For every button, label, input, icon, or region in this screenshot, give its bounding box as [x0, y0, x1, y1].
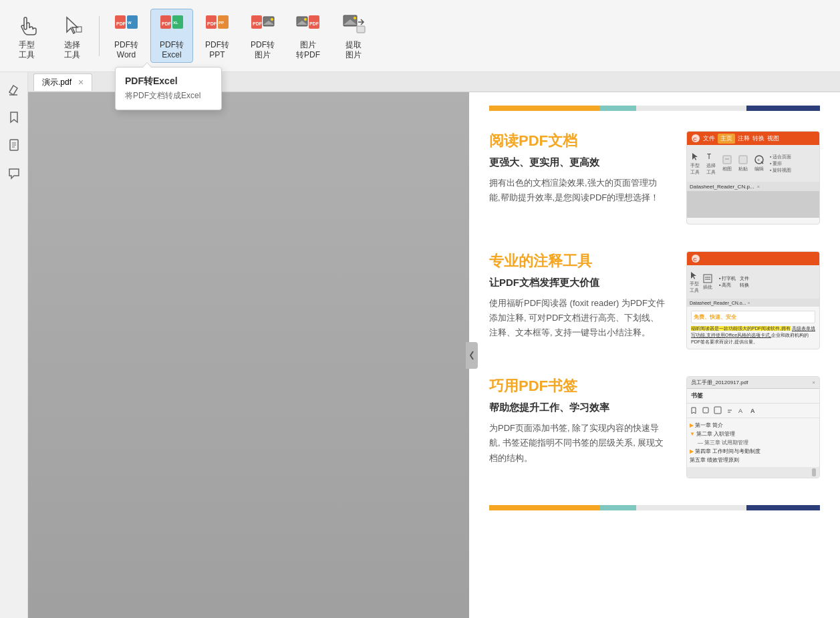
pdf-to-word-button[interactable]: PDF → W PDF转Word: [105, 9, 148, 63]
pdf-to-image-label: PDF转图片: [251, 40, 275, 59]
sidebar-comment-button[interactable]: [3, 162, 25, 184]
color-bar-top: [489, 106, 820, 111]
extract-image-label: 提取图片: [345, 40, 362, 59]
color-seg-bottom-teal: [599, 505, 636, 510]
feature-annotate-text: 专业的注释工具 让PDF文档发挥更大价值 使用福昕PDF阅读器 (foxit r…: [489, 251, 666, 349]
feature-annotate-screenshot: C 手型工具 插批 ▪ 打字机 ▪ 高亮: [686, 251, 820, 349]
feature-bookmark-screenshot: 员工手册_20120917.pdf × 书签 A A ▶: [686, 376, 820, 478]
image-to-pdf-icon: PDF: [295, 12, 321, 39]
svg-text:PDF: PDF: [253, 21, 263, 26]
screenshot-scrollbar: [687, 467, 819, 478]
pdf-to-word-label: PDF转Word: [114, 40, 138, 59]
sidebar: [0, 72, 28, 618]
pdf-to-excel-icon: PDF XL: [158, 12, 185, 39]
screenshot-bookmark-title: 书签: [687, 389, 819, 404]
screenshot-bookmark-toolbar: A A: [687, 404, 819, 417]
feature-read-desc: 拥有出色的文档渲染效果,强大的页面管理功能,帮助提升效率,是您阅读PDF的理想选…: [489, 176, 666, 205]
svg-text:A: A: [750, 408, 755, 414]
color-seg-gray: [636, 106, 746, 111]
feature-bookmark: 巧用PDF书签 帮助您提升工作、学习效率 为PDF页面添加书签, 除了实现内容的…: [489, 376, 820, 478]
sidebar-page-button[interactable]: [3, 134, 25, 156]
pdf-to-word-icon: PDF → W: [113, 12, 140, 39]
tab-close-button[interactable]: ×: [78, 77, 84, 88]
feature-annotate: 专业的注释工具 让PDF文档发挥更大价值 使用福昕PDF阅读器 (foxit r…: [489, 251, 820, 349]
feature-read-screenshot: C 文件 主页 注释 转换 视图 手型工具 T 选择工具: [686, 131, 820, 224]
tooltip-title: PDF转Excel: [125, 75, 212, 88]
feature-bookmark-title: 巧用PDF书签: [489, 376, 666, 396]
color-seg-navy: [746, 106, 820, 111]
pdf-to-excel-label: PDF转Excel: [160, 40, 184, 59]
feature-read-title: 阅读PDF文档: [489, 131, 666, 151]
svg-text:PP: PP: [219, 21, 224, 25]
svg-text:+: +: [757, 158, 760, 162]
svg-rect-47: [703, 408, 708, 413]
color-seg-teal: [599, 106, 636, 111]
svg-text:PDF: PDF: [162, 21, 172, 26]
color-seg-bottom-orange: [489, 505, 599, 510]
svg-rect-48: [714, 407, 721, 414]
image-to-pdf-button[interactable]: PDF 图片转PDF: [287, 9, 329, 63]
select-tool-button[interactable]: 选择工具: [51, 9, 94, 63]
screenshot-tab-1: Datasheet_Reader_CN.p... ×: [687, 182, 819, 191]
toolbar: 手型工具 选择工具 PDF → W PDF转Word: [0, 0, 840, 72]
screenshot-header-2: C: [687, 252, 819, 265]
screenshot-tab-2: Datasheet_Reader_CN.o... ×: [687, 299, 819, 307]
extract-image-button[interactable]: 提取图片: [332, 9, 375, 63]
pdf-viewer-left: [28, 92, 469, 618]
svg-rect-38: [739, 156, 747, 164]
svg-text:→: →: [118, 27, 121, 31]
screenshot-header-1: C 文件 主页 注释 转换 视图: [687, 132, 819, 145]
image-to-pdf-label: 图片转PDF: [296, 40, 320, 59]
svg-point-21: [304, 18, 307, 21]
select-icon: [59, 12, 86, 39]
svg-text:C: C: [693, 257, 697, 263]
pdf-to-image-button[interactable]: PDF PDF转图片: [241, 9, 284, 63]
pdf-to-excel-button[interactable]: PDF XL PDF转Excel: [150, 9, 193, 63]
pdf-to-ppt-icon: PDF PP: [204, 12, 231, 39]
toolbar-divider-1: [99, 16, 100, 56]
svg-point-18: [271, 18, 273, 21]
feature-read-subtitle: 更强大、更实用、更高效: [489, 156, 666, 169]
color-seg-bottom-navy: [746, 505, 820, 510]
svg-text:XL: XL: [173, 21, 178, 25]
svg-rect-51: [812, 468, 816, 476]
collapse-panel-button[interactable]: [466, 342, 478, 369]
svg-text:C: C: [693, 136, 697, 142]
screenshot-content-1: [687, 191, 819, 218]
svg-text:PDF: PDF: [309, 21, 319, 26]
pdf-to-image-icon: PDF: [249, 12, 276, 39]
screenshot-header-3: 员工手册_20120917.pdf ×: [687, 377, 819, 389]
feature-read-text: 阅读PDF文档 更强大、更实用、更高效 拥有出色的文档渲染效果,强大的页面管理功…: [489, 131, 666, 224]
pdf-content-right[interactable]: 阅读PDF文档 更强大、更实用、更高效 拥有出色的文档渲染效果,强大的页面管理功…: [469, 92, 840, 618]
extract-image-icon: [340, 12, 367, 39]
screenshot-toolbar-1: 手型工具 T 选择工具 相图 粘贴 +: [687, 145, 819, 182]
svg-point-26: [354, 17, 356, 19]
hand-tool-label: 手型工具: [19, 40, 35, 59]
hand-tool-button[interactable]: 手型工具: [5, 9, 48, 63]
hand-icon: [13, 12, 40, 39]
pdf-to-ppt-button[interactable]: PDF PP PDF转PPT: [196, 9, 239, 63]
screenshot-annotate-content: 免费、快速、安全 福昕阅读器是一款功能强大的PDF阅读软件,拥有 高级表单填写功…: [687, 307, 819, 349]
svg-rect-36: [723, 156, 731, 164]
svg-rect-44: [704, 275, 712, 283]
pdf-tab[interactable]: 演示.pdf ×: [33, 73, 92, 91]
sidebar-bookmark-button[interactable]: [3, 106, 25, 128]
svg-text:PDF: PDF: [207, 21, 217, 26]
screenshot-toolbar-2: 手型工具 插批 ▪ 打字机 ▪ 高亮 文件转换: [687, 265, 819, 299]
pdf-excel-tooltip: PDF转Excel 将PDF文档转成Excel: [115, 67, 222, 110]
main-area: 阅读PDF文档 更强大、更实用、更高效 拥有出色的文档渲染效果,强大的页面管理功…: [28, 92, 840, 618]
select-tool-label: 选择工具: [64, 40, 80, 59]
feature-annotate-subtitle: 让PDF文档发挥更大价值: [489, 277, 666, 289]
color-seg-orange: [489, 106, 599, 111]
color-bar-bottom: [489, 505, 820, 510]
tab-label: 演示.pdf: [42, 77, 72, 88]
feature-annotate-desc: 使用福昕PDF阅读器 (foxit reader) 为PDF文件添加注释, 可对…: [489, 296, 666, 340]
svg-rect-27: [357, 26, 365, 33]
feature-annotate-title: 专业的注释工具: [489, 251, 666, 271]
svg-text:T: T: [707, 153, 711, 160]
feature-bookmark-desc: 为PDF页面添加书签, 除了实现内容的快速导航, 书签还能指明不同书签的层级关系…: [489, 421, 666, 465]
sidebar-eraser-button[interactable]: [3, 78, 25, 100]
tooltip-desc: 将PDF文档转成Excel: [125, 90, 212, 102]
svg-text:A: A: [738, 408, 742, 414]
svg-text:W: W: [128, 21, 132, 25]
